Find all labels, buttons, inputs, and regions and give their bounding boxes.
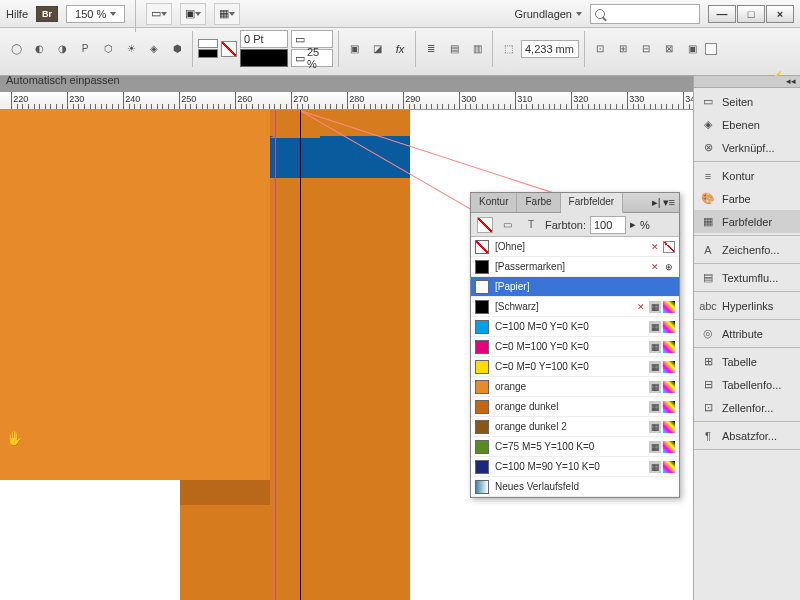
drop-shadow-icon[interactable]: ◪: [367, 39, 387, 59]
swatch-row[interactable]: C=0 M=0 Y=100 K=0▦: [471, 357, 679, 377]
panel-item-hyperlinks[interactable]: abcHyperlinks: [694, 294, 800, 317]
panel-dock: ◂◂ ▭Seiten◈Ebenen⊗Verknüpf...≡Kontur🎨Far…: [693, 76, 800, 600]
close-button[interactable]: ×: [766, 5, 794, 23]
help-menu[interactable]: Hilfe: [6, 8, 28, 20]
tool-icon[interactable]: ◈: [144, 39, 164, 59]
process-icon: ▦: [649, 441, 661, 453]
swatch-row[interactable]: C=100 M=0 Y=0 K=0▦: [471, 317, 679, 337]
opacity-field[interactable]: ▭25 %: [291, 49, 333, 67]
maximize-button[interactable]: □: [737, 5, 765, 23]
panel-item-textumflu[interactable]: ▤Textumflu...: [694, 266, 800, 289]
tool-icon[interactable]: ◯: [6, 39, 26, 59]
artwork-shape[interactable]: [0, 110, 270, 480]
swatch-row[interactable]: [Papier]: [471, 277, 679, 297]
tool-icon[interactable]: ☀: [121, 39, 141, 59]
vertical-guide[interactable]: [275, 110, 276, 600]
corner-size-field[interactable]: 4,233 mm: [521, 40, 579, 58]
swatch-chip: [475, 460, 489, 474]
percent-label: %: [640, 219, 650, 231]
panel-item-verknpf[interactable]: ⊗Verknüpf...: [694, 136, 800, 159]
panel-icon: ⊟: [700, 377, 716, 393]
panel-label: Textumflu...: [722, 272, 778, 284]
swatch-row[interactable]: C=0 M=100 Y=0 K=0▦: [471, 337, 679, 357]
fill-swatch[interactable]: [477, 217, 493, 233]
panel-item-zeichenfo[interactable]: AZeichenfo...: [694, 238, 800, 261]
arrange-button[interactable]: ▦: [214, 3, 240, 25]
none-swatch[interactable]: [221, 41, 237, 57]
fx-icon[interactable]: fx: [390, 39, 410, 59]
fill-stroke-swatch[interactable]: [198, 39, 218, 58]
cmyk-icon: [663, 301, 675, 313]
autofit-checkbox[interactable]: [705, 43, 717, 55]
swatch-row[interactable]: [Passermarken]✕⊕: [471, 257, 679, 277]
swatch-row[interactable]: [Ohne]✕: [471, 237, 679, 257]
panel-collapse-icon[interactable]: ▸|: [652, 196, 661, 209]
swatch-row[interactable]: orange dunkel 2▦: [471, 417, 679, 437]
fit-icon[interactable]: ⊞: [613, 39, 633, 59]
panel-icon: 🎨: [700, 191, 716, 207]
text-wrap-icon[interactable]: ▥: [467, 39, 487, 59]
screen-mode-button[interactable]: ▣: [180, 3, 206, 25]
bridge-button[interactable]: Br: [36, 6, 58, 22]
panel-item-kontur[interactable]: ≡Kontur: [694, 164, 800, 187]
panel-menu-icon[interactable]: ▾≡: [663, 196, 675, 209]
panel-item-tabellenfo[interactable]: ⊟Tabellenfo...: [694, 373, 800, 396]
panel-label: Zellenfor...: [722, 402, 773, 414]
tool-icon[interactable]: P: [75, 39, 95, 59]
fit-icon[interactable]: ▣: [682, 39, 702, 59]
panel-item-absatzfor[interactable]: ¶Absatzfor...: [694, 424, 800, 447]
tab-farbe[interactable]: Farbe: [517, 193, 560, 212]
swatch-row[interactable]: Neues Verlaufsfeld: [471, 477, 679, 497]
search-input[interactable]: [590, 4, 700, 24]
fit-icon[interactable]: ⊠: [659, 39, 679, 59]
text-wrap-icon[interactable]: ≣: [421, 39, 441, 59]
view-options-button[interactable]: ▭: [146, 3, 172, 25]
swatch-chip: [475, 380, 489, 394]
swatch-row[interactable]: orange dunkel▦: [471, 397, 679, 417]
panel-label: Attribute: [722, 328, 763, 340]
tool-icon[interactable]: ◑: [52, 39, 72, 59]
panel-item-zellenfor[interactable]: ⊡Zellenfor...: [694, 396, 800, 419]
panel-item-farbe[interactable]: 🎨Farbe: [694, 187, 800, 210]
panel-item-farbfelder[interactable]: ▦Farbfelder: [694, 210, 800, 233]
lock-icon: ✕: [635, 301, 647, 313]
artwork-shape[interactable]: [270, 136, 410, 178]
tab-kontur[interactable]: Kontur: [471, 193, 517, 212]
zoom-field[interactable]: 150 %: [66, 5, 125, 23]
panel-label: Seiten: [722, 96, 753, 108]
panel-icon: ≡: [700, 168, 716, 184]
tint-value-field[interactable]: 100: [590, 216, 626, 234]
swatch-list[interactable]: [Ohne]✕[Passermarken]✕⊕[Papier][Schwarz]…: [471, 237, 679, 497]
swatch-row[interactable]: orange▦: [471, 377, 679, 397]
object-icon[interactable]: ▭: [497, 215, 517, 235]
text-icon[interactable]: T: [521, 215, 541, 235]
panel-icon: ▤: [700, 270, 716, 286]
swatch-row[interactable]: C=75 M=5 Y=100 K=0▦: [471, 437, 679, 457]
minimize-button[interactable]: —: [708, 5, 736, 23]
tab-farbfelder[interactable]: Farbfelder: [561, 193, 624, 213]
expand-panels-button[interactable]: ◂◂: [694, 76, 800, 88]
fit-icon[interactable]: ⊡: [590, 39, 610, 59]
text-wrap-icon[interactable]: ▤: [444, 39, 464, 59]
panel-item-seiten[interactable]: ▭Seiten: [694, 90, 800, 113]
swatch-row[interactable]: [Schwarz]✕▦: [471, 297, 679, 317]
tool-icon[interactable]: ⬢: [167, 39, 187, 59]
tool-icon[interactable]: ◐: [29, 39, 49, 59]
vertical-guide[interactable]: [300, 110, 301, 600]
tool-icon[interactable]: ⬡: [98, 39, 118, 59]
panel-item-attribute[interactable]: ◎Attribute: [694, 322, 800, 345]
corner-icon[interactable]: ⬚: [498, 39, 518, 59]
panel-label: Farbfelder: [722, 216, 772, 228]
swatch-row[interactable]: C=100 M=90 Y=10 K=0▦: [471, 457, 679, 477]
panel-item-ebenen[interactable]: ◈Ebenen: [694, 113, 800, 136]
swatch-name: orange dunkel: [495, 401, 643, 412]
stroke-weight-field[interactable]: 0 Pt: [240, 30, 288, 48]
stroke-style[interactable]: [240, 49, 288, 67]
panel-item-tabelle[interactable]: ⊞Tabelle: [694, 350, 800, 373]
fit-icon[interactable]: ⊟: [636, 39, 656, 59]
control-panel: ◯ ◐ ◑ P ⬡ ☀ ◈ ⬢ 0 Pt ▭ ▭25 % ▣ ◪ fx ≣ ▤ …: [0, 28, 800, 76]
workspace-switcher[interactable]: Grundlagen: [515, 8, 583, 20]
horizontal-ruler[interactable]: 220230240250260270280290300310320330340: [0, 92, 800, 110]
search-icon: [595, 9, 605, 19]
effects-icon[interactable]: ▣: [344, 39, 364, 59]
